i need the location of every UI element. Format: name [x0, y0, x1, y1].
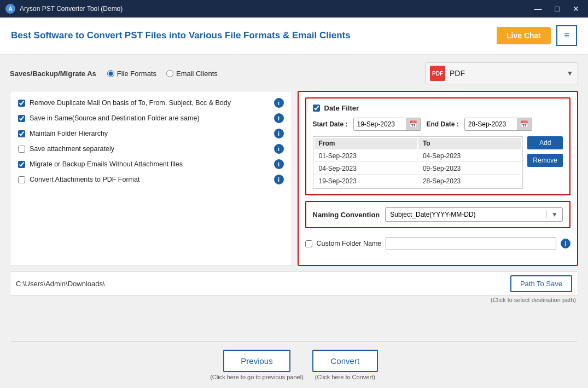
format-bar: Saves/Backup/Migrate As File Formats Ema…: [10, 62, 578, 84]
option-3-info-icon[interactable]: i: [274, 129, 284, 138]
to-cell-3: 28-Sep-2023: [418, 176, 521, 187]
main-content: Saves/Backup/Migrate As File Formats Ema…: [0, 55, 588, 311]
option-4-checkbox[interactable]: [18, 146, 25, 153]
format-selected-text: PDF: [450, 69, 562, 78]
email-clients-label: Email Clients: [176, 70, 218, 78]
option-5-info-icon[interactable]: i: [274, 159, 284, 169]
option-row-3: Maintain Folder Hierarchy i: [18, 129, 284, 138]
path-hint: (Click to select destination path): [491, 297, 576, 303]
option-4-label: Save attachment separately: [30, 145, 270, 153]
table-row: 04-Sep-2023 09-Sep-2023: [315, 163, 522, 175]
date-row: Start Date : 📅 End Date : 📅: [313, 118, 563, 131]
menu-button[interactable]: ≡: [556, 25, 577, 46]
pdf-select[interactable]: PDF PDF ▼: [425, 62, 578, 84]
title-bar-controls: — □ ✕: [531, 3, 583, 14]
path-to-save-button[interactable]: Path To Save: [510, 275, 572, 292]
minimize-button[interactable]: —: [531, 3, 545, 14]
maximize-button[interactable]: □: [552, 3, 563, 14]
close-button[interactable]: ✕: [569, 3, 583, 14]
format-dropdown: PDF PDF ▼: [425, 62, 578, 84]
convert-hint: (Click here to Convert): [315, 374, 375, 380]
email-clients-radio[interactable]: Email Clients: [166, 70, 218, 78]
pdf-icon: PDF: [430, 66, 445, 81]
table-row: 01-Sep-2023 04-Sep-2023: [315, 150, 522, 162]
right-panel: Date Filter Start Date : 📅 End Date : 📅: [298, 91, 579, 266]
end-date-calendar-button[interactable]: 📅: [517, 118, 532, 130]
custom-folder-info-icon[interactable]: i: [561, 239, 570, 248]
live-chat-button[interactable]: Live Chat: [497, 27, 551, 44]
app-logo: A: [5, 4, 15, 14]
option-row-5: Migrate or Backup Emails Without Attachm…: [18, 159, 284, 169]
option-2-info-icon[interactable]: i: [274, 113, 284, 123]
naming-select[interactable]: Subject_Date(YYYY-MM-DD) Date_Subject Su…: [386, 208, 546, 221]
start-date-input-wrapper: 📅: [353, 118, 421, 131]
format-bar-label: Saves/Backup/Migrate As: [10, 70, 96, 78]
naming-section: Naming Convention Subject_Date(YYYY-MM-D…: [305, 201, 571, 228]
option-row-4: Save attachment separately i: [18, 144, 284, 154]
option-5-checkbox[interactable]: [18, 161, 25, 168]
path-section: C:\Users\Admin\Downloads\ Path To Save (…: [10, 271, 578, 304]
option-4-info-icon[interactable]: i: [274, 144, 284, 154]
end-date-label: End Date :: [427, 120, 459, 128]
file-formats-radio[interactable]: File Formats: [107, 70, 156, 78]
header: Best Software to Convert PST Files into …: [0, 18, 588, 55]
date-filter-section: Date Filter Start Date : 📅 End Date : 📅: [305, 97, 571, 195]
option-1-checkbox[interactable]: [18, 100, 25, 107]
from-cell-1: 01-Sep-2023: [315, 150, 417, 162]
title-bar: A Aryson PST Converter Tool (Demo) — □ ✕: [0, 0, 588, 18]
option-6-info-icon[interactable]: i: [274, 175, 284, 184]
table-row: 19-Sep-2023 28-Sep-2023: [315, 176, 522, 187]
end-date-input-wrapper: 📅: [464, 118, 532, 131]
left-panel: Remove Duplicate Mail On basis of To, Fr…: [10, 91, 292, 266]
option-3-checkbox[interactable]: [18, 130, 25, 137]
option-5-label: Migrate or Backup Emails Without Attachm…: [30, 160, 270, 168]
path-bar: C:\Users\Admin\Downloads\ Path To Save: [10, 271, 578, 296]
radio-group: File Formats Email Clients: [107, 70, 218, 78]
file-formats-label: File Formats: [117, 70, 156, 78]
option-2-label: Save in Same(Source and Destination Fold…: [30, 114, 270, 122]
date-filter-title: Date Filter: [324, 104, 359, 112]
custom-folder-row: Custom Folder Name i: [305, 234, 571, 253]
footer-separator: [11, 341, 577, 342]
option-6-label: Convert Attachments to PDF Format: [30, 176, 270, 183]
naming-select-wrapper: Subject_Date(YYYY-MM-DD) Date_Subject Su…: [385, 207, 563, 222]
option-row-1: Remove Duplicate Mail On basis of To, Fr…: [18, 98, 284, 108]
panels-row: Remove Duplicate Mail On basis of To, Fr…: [10, 91, 578, 266]
table-actions: Add Remove: [527, 136, 563, 189]
header-title: Best Software to Convert PST Files into …: [11, 30, 351, 41]
custom-folder-input[interactable]: [386, 237, 556, 250]
option-6-checkbox[interactable]: [18, 176, 25, 183]
previous-hint: (Click here to go to previous panel): [210, 374, 304, 380]
option-row-6: Convert Attachments to PDF Format i: [18, 175, 284, 184]
header-right: Live Chat ≡: [497, 25, 577, 46]
date-table-wrapper: From To 01-Sep-2023 04-Sep-2023 04-Sep-2…: [313, 136, 563, 189]
option-3-label: Maintain Folder Hierarchy: [30, 130, 270, 137]
date-range-table: From To 01-Sep-2023 04-Sep-2023 04-Sep-2…: [313, 136, 523, 189]
previous-button[interactable]: Previous: [223, 350, 290, 372]
footer: Previous (Click here to go to previous p…: [0, 333, 588, 388]
footer-buttons: Previous (Click here to go to previous p…: [210, 350, 378, 380]
to-cell-2: 09-Sep-2023: [418, 163, 521, 175]
naming-dropdown-icon: ▼: [546, 211, 562, 218]
convert-btn-group: Convert (Click here to Convert): [312, 350, 378, 380]
start-date-calendar-button[interactable]: 📅: [406, 118, 421, 130]
start-date-label: Start Date :: [313, 120, 348, 128]
dropdown-arrow-icon: ▼: [567, 70, 573, 77]
add-date-range-button[interactable]: Add: [527, 136, 563, 149]
to-col-header: To: [418, 138, 521, 149]
end-date-input[interactable]: [465, 118, 517, 130]
option-2-checkbox[interactable]: [18, 115, 25, 122]
from-cell-3: 19-Sep-2023: [315, 176, 417, 187]
naming-label: Naming Convention: [313, 211, 380, 219]
to-cell-1: 04-Sep-2023: [418, 150, 521, 162]
title-bar-left: A Aryson PST Converter Tool (Demo): [5, 4, 123, 14]
path-value: C:\Users\Admin\Downloads\: [16, 280, 105, 288]
remove-date-range-button[interactable]: Remove: [527, 154, 563, 167]
custom-folder-checkbox[interactable]: [305, 240, 312, 247]
date-filter-checkbox[interactable]: [313, 105, 320, 112]
from-cell-2: 04-Sep-2023: [315, 163, 417, 175]
option-row-2: Save in Same(Source and Destination Fold…: [18, 113, 284, 123]
option-1-info-icon[interactable]: i: [274, 98, 284, 108]
convert-button[interactable]: Convert: [312, 350, 378, 372]
start-date-input[interactable]: [354, 118, 406, 130]
